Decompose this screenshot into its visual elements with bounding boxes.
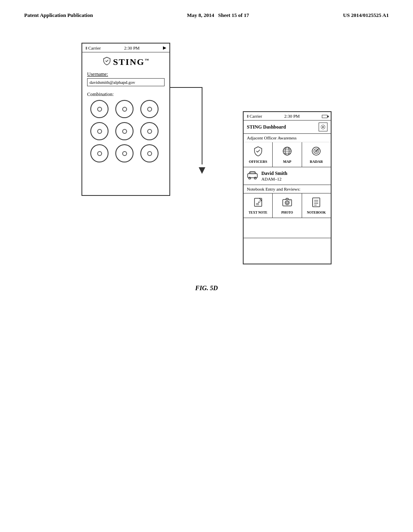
left-status-bar: Ⅱ Carrier 2:30 PM ▶ bbox=[82, 44, 169, 52]
dot-8[interactable] bbox=[115, 144, 133, 162]
patent-header: Patent Application Publication May 8, 20… bbox=[0, 0, 413, 27]
svg-point-11 bbox=[249, 177, 251, 179]
svg-point-12 bbox=[254, 177, 257, 179]
figure-label: FIG. 5D bbox=[195, 285, 218, 292]
right-status-bar: Ⅱ Carrier 2:30 PM bbox=[244, 112, 331, 121]
photo-icon bbox=[282, 197, 293, 210]
left-time: 2:30 PM bbox=[124, 46, 140, 50]
map-button[interactable]: MAP bbox=[273, 142, 302, 167]
header-right: US 2014/0125525 A1 bbox=[343, 12, 389, 19]
officers-button[interactable]: OFFICERS bbox=[244, 142, 273, 167]
dashboard-header: STING Dashboard bbox=[244, 121, 331, 134]
app-logo: STING™ bbox=[82, 52, 169, 69]
user-info-text: David Smith ADAM–12 bbox=[261, 170, 287, 181]
right-phone-screen: Ⅱ Carrier 2:30 PM STING Dashboard Ad bbox=[243, 111, 332, 264]
notebook-section-title: Notebook Entry and Reviews: bbox=[244, 185, 331, 193]
adjacent-section-title: Adjacent Officer Awareness bbox=[244, 134, 331, 142]
down-arrow-icon: ▼ bbox=[196, 164, 208, 176]
right-carrier: Ⅱ Carrier bbox=[247, 114, 262, 118]
dot-grid bbox=[82, 100, 169, 168]
user-name: David Smith bbox=[261, 170, 287, 177]
radar-icon bbox=[311, 145, 322, 158]
settings-button[interactable] bbox=[319, 123, 327, 131]
user-info-row: David Smith ADAM–12 bbox=[244, 167, 331, 185]
battery-icon bbox=[322, 115, 327, 118]
dot-9[interactable] bbox=[140, 144, 159, 162]
header-middle: May 8, 2014 Sheet 15 of 17 bbox=[187, 12, 249, 19]
notebook-label: NOTEBOOK bbox=[307, 211, 326, 214]
right-time: 2:30 PM bbox=[284, 114, 300, 118]
svg-point-19 bbox=[285, 201, 289, 205]
left-arrow: ▶ bbox=[163, 45, 166, 50]
dot-3[interactable] bbox=[140, 100, 159, 118]
left-phone-screen: Ⅱ Carrier 2:30 PM ▶ STING™ bbox=[81, 43, 170, 196]
map-icon bbox=[282, 145, 293, 158]
svg-line-15 bbox=[259, 198, 262, 201]
dot-7[interactable] bbox=[90, 144, 108, 162]
radar-label: RADAR bbox=[310, 160, 323, 164]
svg-point-21 bbox=[290, 200, 290, 201]
svg-rect-22 bbox=[313, 198, 320, 207]
officer-icons-row: OFFICERS MAP bbox=[244, 142, 331, 167]
radar-button[interactable]: RADAR bbox=[302, 142, 331, 167]
diagram-area: Ⅱ Carrier 2:30 PM ▶ STING™ bbox=[24, 43, 389, 264]
combination-label: Combination: bbox=[82, 91, 169, 98]
dot-4[interactable] bbox=[90, 122, 108, 140]
notebook-icons-row: TEXT NOTE PHOTO bbox=[244, 193, 331, 218]
car-icon bbox=[247, 170, 258, 181]
username-label: Username: bbox=[87, 71, 165, 77]
app-name: STING™ bbox=[113, 57, 149, 67]
dashboard-title: STING Dashboard bbox=[247, 124, 286, 130]
text-note-button[interactable]: TEXT NOTE bbox=[244, 193, 273, 218]
photo-label: PHOTO bbox=[282, 211, 293, 214]
shield-logo-icon bbox=[102, 56, 111, 67]
username-input[interactable]: davidsmith@alphapd.gov bbox=[87, 78, 165, 86]
left-carrier: Ⅱ Carrier bbox=[86, 46, 101, 50]
notebook-button[interactable]: NOTEBOOK bbox=[302, 193, 331, 218]
svg-point-20 bbox=[286, 202, 288, 204]
dot-2[interactable] bbox=[115, 100, 133, 118]
text-note-label: TEXT NOTE bbox=[249, 211, 267, 214]
user-unit: ADAM–12 bbox=[261, 177, 287, 181]
flow-arrow-connector: ▼ bbox=[170, 43, 243, 176]
login-section: Username: davidsmith@alphapd.gov bbox=[82, 69, 169, 91]
svg-point-0 bbox=[322, 126, 324, 128]
map-label: MAP bbox=[283, 160, 292, 164]
main-content: Ⅱ Carrier 2:30 PM ▶ STING™ bbox=[0, 27, 413, 300]
dot-6[interactable] bbox=[140, 122, 159, 140]
text-note-icon bbox=[252, 197, 264, 210]
header-left: Patent Application Publication bbox=[24, 12, 93, 19]
notebook-icon bbox=[311, 197, 322, 210]
dot-5[interactable] bbox=[115, 122, 133, 140]
dot-1[interactable] bbox=[90, 100, 108, 118]
officers-icon bbox=[252, 145, 264, 158]
officers-label: OFFICERS bbox=[249, 160, 267, 164]
empty-bottom-section bbox=[244, 218, 331, 238]
photo-button[interactable]: PHOTO bbox=[273, 193, 302, 218]
